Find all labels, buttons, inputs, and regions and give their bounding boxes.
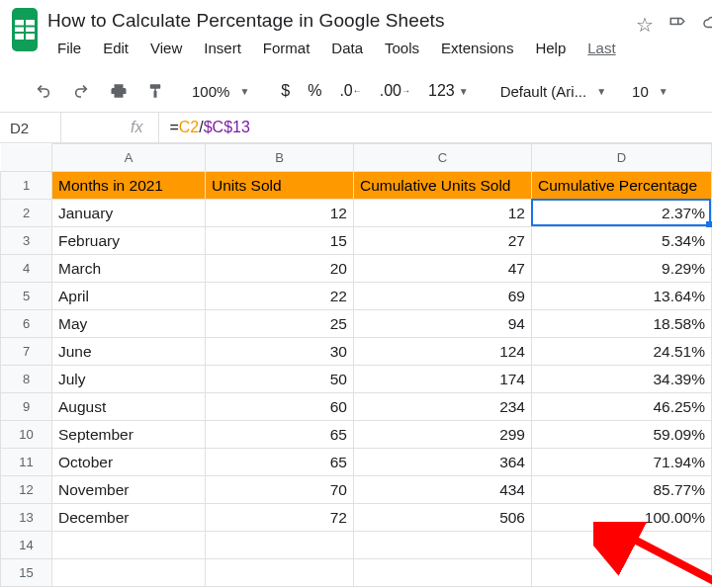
cell[interactable]: 46.25% <box>532 393 712 421</box>
cell[interactable] <box>206 532 354 559</box>
cell[interactable]: 12 <box>206 200 354 227</box>
move-icon[interactable] <box>668 14 687 35</box>
menu-file[interactable]: File <box>47 36 91 60</box>
cell[interactable]: March <box>52 255 206 283</box>
row-header[interactable]: 8 <box>1 366 52 393</box>
cell[interactable]: December <box>52 504 206 532</box>
cloud-status-icon[interactable] <box>701 14 712 35</box>
cell[interactable]: January <box>52 200 206 227</box>
cell[interactable]: 5.34% <box>532 227 712 255</box>
doc-title[interactable]: How to Calculate Percentage in Google Sh… <box>47 8 626 36</box>
cell[interactable]: August <box>52 393 206 421</box>
cell[interactable]: 18.58% <box>532 310 712 338</box>
row-header[interactable]: 15 <box>1 559 52 587</box>
formula-bar[interactable]: =C2/$C$13 <box>158 113 712 142</box>
row-header[interactable]: 14 <box>1 532 52 559</box>
cell[interactable]: 59.09% <box>532 421 712 449</box>
menu-edit[interactable]: Edit <box>93 36 138 60</box>
cell-a1[interactable]: Months in 2021 <box>52 172 206 200</box>
zoom-dropdown[interactable]: 100% ▼ <box>192 83 253 100</box>
cell[interactable] <box>52 559 206 587</box>
cell[interactable]: 72 <box>206 504 354 532</box>
star-icon[interactable]: ☆ <box>636 15 654 35</box>
menu-tools[interactable]: Tools <box>375 36 429 60</box>
cell[interactable]: October <box>52 449 206 476</box>
format-currency-button[interactable]: $ <box>275 78 296 104</box>
cell[interactable]: 70 <box>206 476 354 504</box>
cell[interactable]: 12 <box>354 200 532 227</box>
font-family-dropdown[interactable]: Default (Ari... ▼ <box>500 83 610 100</box>
row-header[interactable]: 9 <box>1 393 52 421</box>
col-header-d[interactable]: D <box>532 144 712 172</box>
redo-button[interactable] <box>65 79 97 103</box>
cell[interactable]: 15 <box>206 227 354 255</box>
menu-last-edit[interactable]: Last <box>578 36 625 60</box>
menu-extensions[interactable]: Extensions <box>431 36 523 60</box>
undo-button[interactable] <box>28 79 59 103</box>
cell[interactable]: 25 <box>206 310 354 338</box>
col-header-a[interactable]: A <box>52 144 206 172</box>
cell[interactable]: 174 <box>354 366 532 393</box>
cell[interactable]: 94 <box>354 310 532 338</box>
cell[interactable]: 69 <box>354 283 532 310</box>
select-all-corner[interactable] <box>1 144 52 172</box>
menu-data[interactable]: Data <box>321 36 373 60</box>
font-size-dropdown[interactable]: 10 ▼ <box>632 83 672 100</box>
cell[interactable]: 299 <box>354 421 532 449</box>
row-header[interactable]: 6 <box>1 310 52 338</box>
cell[interactable]: November <box>52 476 206 504</box>
cell[interactable]: 27 <box>354 227 532 255</box>
row-header[interactable]: 4 <box>1 255 52 283</box>
paint-format-button[interactable] <box>140 78 170 104</box>
cell[interactable]: 30 <box>206 338 354 366</box>
col-header-c[interactable]: C <box>354 144 532 172</box>
cell-d2-selected[interactable]: 2.37% <box>532 200 712 227</box>
cell[interactable]: 85.77% <box>532 476 712 504</box>
row-header[interactable]: 11 <box>1 449 52 476</box>
cell[interactable]: 124 <box>354 338 532 366</box>
cell[interactable]: May <box>52 310 206 338</box>
cell[interactable] <box>52 532 206 559</box>
cell[interactable]: September <box>52 421 206 449</box>
print-button[interactable] <box>103 78 134 104</box>
cell[interactable]: 234 <box>354 393 532 421</box>
cell[interactable]: 22 <box>206 283 354 310</box>
cell[interactable] <box>532 532 712 559</box>
row-header[interactable]: 10 <box>1 421 52 449</box>
cell[interactable]: 364 <box>354 449 532 476</box>
cell-d13[interactable]: 100.00% <box>532 504 712 532</box>
decrease-decimal-button[interactable]: .0← <box>333 78 367 104</box>
cell[interactable]: 13.64% <box>532 283 712 310</box>
increase-decimal-button[interactable]: .00→ <box>374 78 416 104</box>
menu-view[interactable]: View <box>140 36 192 60</box>
cell[interactable]: 65 <box>206 421 354 449</box>
cell-d1[interactable]: Cumulative Percentage <box>532 172 712 200</box>
cell[interactable]: 20 <box>206 255 354 283</box>
cell[interactable] <box>354 559 532 587</box>
name-box[interactable]: D2 <box>0 113 61 142</box>
cell[interactable] <box>532 559 712 587</box>
cell[interactable]: 24.51% <box>532 338 712 366</box>
col-header-b[interactable]: B <box>206 144 354 172</box>
cell[interactable]: 50 <box>206 366 354 393</box>
row-header[interactable]: 1 <box>1 172 52 200</box>
menu-insert[interactable]: Insert <box>194 36 251 60</box>
cell[interactable]: July <box>52 366 206 393</box>
cell-c1[interactable]: Cumulative Units Sold <box>354 172 532 200</box>
cell[interactable]: February <box>52 227 206 255</box>
cell[interactable]: April <box>52 283 206 310</box>
cell[interactable]: 9.29% <box>532 255 712 283</box>
cell[interactable]: 65 <box>206 449 354 476</box>
row-header[interactable]: 13 <box>1 504 52 532</box>
grid-table[interactable]: A B C D 1 Months in 2021 Units Sold Cumu… <box>0 143 712 587</box>
cell-b1[interactable]: Units Sold <box>206 172 354 200</box>
menu-format[interactable]: Format <box>253 36 320 60</box>
menu-help[interactable]: Help <box>525 36 576 60</box>
format-percent-button[interactable]: % <box>302 78 327 104</box>
more-formats-dropdown[interactable]: 123▼ <box>422 78 479 104</box>
row-header[interactable]: 5 <box>1 283 52 310</box>
cell[interactable] <box>206 559 354 587</box>
cell[interactable]: 71.94% <box>532 449 712 476</box>
cell[interactable]: 434 <box>354 476 532 504</box>
row-header[interactable]: 12 <box>1 476 52 504</box>
